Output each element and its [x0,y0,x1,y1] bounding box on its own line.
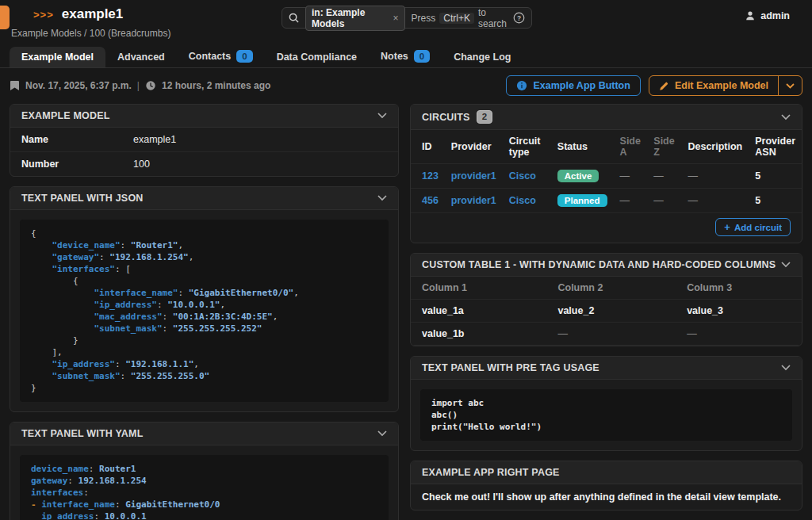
col-header-3: Column 3 [680,277,802,300]
json-code-block: { "device_name": "Router1", "gateway": "… [20,220,389,402]
notes-count-badge: 0 [414,50,430,63]
col-header-id[interactable]: ID [411,130,445,164]
circuit-id-link[interactable]: 123 [422,170,439,182]
search-icon [289,13,299,23]
edit-example-model-button[interactable]: Edit Example Model [649,76,778,95]
collapse-chevron-icon[interactable] [781,114,791,120]
help-icon[interactable]: ? [513,12,525,24]
tab-contacts[interactable]: Contacts0 [177,45,265,67]
info-icon [516,80,527,91]
circuit-id-link[interactable]: 456 [422,195,439,206]
side-a-cell: — [614,189,648,213]
tab-data-compliance[interactable]: Data Compliance [265,47,369,67]
add-circuit-button[interactable]: + Add circuit [715,218,791,236]
provider-link[interactable]: provider1 [451,195,496,206]
top-header: >>> example1 Example Models / 100 (Bread… [0,0,812,46]
circuit-row: 123 provider1 Cisco Active — — — 5 [411,164,802,189]
col-header-description[interactable]: Description [681,130,749,164]
circuit-row: 456 provider1 Cisco Planned — — — 5 [411,189,802,213]
circuits-count-badge: 2 [477,110,493,124]
panel-title: TEXT PANEL WITH JSON [21,193,144,204]
col-header-circuit-type[interactable]: Circuit type [503,130,551,164]
panel-title: TEXT PANEL WITH PRE TAG USAGE [422,362,599,373]
sidebar-toggle[interactable] [0,6,10,29]
search-input[interactable]: in: Example Models × Press Ctrl+K to sea… [282,7,532,29]
table-row: value_1b — — [411,323,802,346]
search-scope-label: in: Example Models [312,7,389,29]
col-header-side-z: Side Z [647,130,681,164]
status-badge[interactable]: Planned [557,194,607,207]
clock-icon [145,80,156,91]
collapse-chevron-icon[interactable] [781,262,791,268]
search-hint: Press Ctrl+K to search [412,7,507,29]
chevron-down-icon [786,83,795,89]
tab-example-model[interactable]: Example Model [10,47,105,67]
panel-title: TEXT PANEL WITH YAML [21,428,144,439]
collapse-chevron-icon[interactable] [781,365,791,371]
tab-change-log[interactable]: Change Log [442,47,523,67]
yaml-code-block: device_name: Router1gateway: 192.168.1.2… [20,455,389,520]
circuits-panel: CIRCUITS 2 ID Provider Circuit type Stat… [410,104,802,243]
collapse-chevron-icon[interactable] [377,195,387,201]
search-scope-chip[interactable]: in: Example Models × [305,6,405,31]
updated-timestamp: 12 hours, 2 minutes ago [162,80,270,91]
example-app-right-page-panel: EXAMPLE APP RIGHT PAGE Check me out! I'l… [410,461,802,510]
side-a-cell: — [614,164,648,189]
panel-title: CUSTOM TABLE 1 - WITH DYNAMIC DATA AND H… [422,259,776,270]
custom-table: Column 1 Column 2 Column 3 value_1a valu… [411,277,802,346]
col-header-provider-asn[interactable]: Provider ASN [749,130,802,164]
tab-notes[interactable]: Notes0 [369,45,442,67]
circuits-table: ID Provider Circuit type Status Side A S… [411,130,802,213]
pencil-icon [659,81,669,91]
panel-title: EXAMPLE MODEL [21,110,110,121]
created-timestamp: Nov. 17, 2025, 6:37 p.m. [25,80,132,91]
description-cell: — [681,189,749,213]
attr-row-number: Number 100 [10,152,398,176]
col-header-side-a: Side A [614,130,648,164]
custom-table-panel: CUSTOM TABLE 1 - WITH DYNAMIC DATA AND H… [410,253,802,346]
provider-link[interactable]: provider1 [451,170,496,182]
pre-code-block: import abcabc()print("Hello world!") [420,389,792,441]
col-header-provider[interactable]: Provider [445,130,503,164]
tab-bar: Example Model Advanced Contacts0 Data Co… [0,46,812,68]
meta-row: Nov. 17, 2025, 6:37 p.m. | 12 hours, 2 m… [0,68,812,104]
provider-asn-cell: 5 [749,164,802,189]
provider-asn-cell: 5 [749,189,802,213]
example-app-button[interactable]: Example App Button [506,75,640,96]
col-header-2: Column 2 [551,277,680,300]
logo-chevrons-icon: >>> [33,9,54,21]
username: admin [760,10,790,21]
created-icon [10,80,20,91]
yaml-panel: TEXT PANEL WITH YAML device_name: Router… [10,422,399,520]
edit-dropdown-toggle[interactable] [778,76,802,95]
plus-icon: + [724,221,730,233]
json-panel: TEXT PANEL WITH JSON { "device_name": "R… [10,186,399,412]
col-header-1: Column 1 [411,277,551,300]
tab-advanced[interactable]: Advanced [105,47,177,67]
contacts-count-badge: 0 [236,50,252,63]
side-z-cell: — [647,189,681,213]
breadcrumb[interactable]: Example Models / 100 (Breadcrumbs) [11,28,802,39]
user-icon [745,10,756,21]
ctrl-k-kbd: Ctrl+K [439,13,474,24]
side-z-cell: — [647,164,681,189]
chip-close-icon[interactable]: × [393,13,399,24]
edit-split-button: Edit Example Model [649,75,802,96]
col-header-status[interactable]: Status [551,130,614,164]
circuit-type-link[interactable]: Cisco [509,195,536,206]
right-page-text: Check me out! I'll show up after anythin… [411,484,802,510]
user-menu[interactable]: admin [745,10,790,21]
page-title: example1 [62,6,124,22]
svg-text:?: ? [517,14,521,22]
content-area: EXAMPLE MODEL Name example1 Number 100 T… [0,104,812,520]
panel-title: EXAMPLE APP RIGHT PAGE [422,467,560,478]
collapse-chevron-icon[interactable] [377,430,387,437]
table-row: value_1a value_2 value_3 [411,300,802,323]
attr-row-name: Name example1 [10,128,398,152]
circuit-type-link[interactable]: Cisco [509,170,536,182]
meta-separator: | [137,80,140,91]
pre-tag-panel: TEXT PANEL WITH PRE TAG USAGE import abc… [410,356,802,451]
status-badge[interactable]: Active [557,170,599,182]
collapse-chevron-icon[interactable] [377,113,387,119]
example-model-panel: EXAMPLE MODEL Name example1 Number 100 [10,104,399,177]
